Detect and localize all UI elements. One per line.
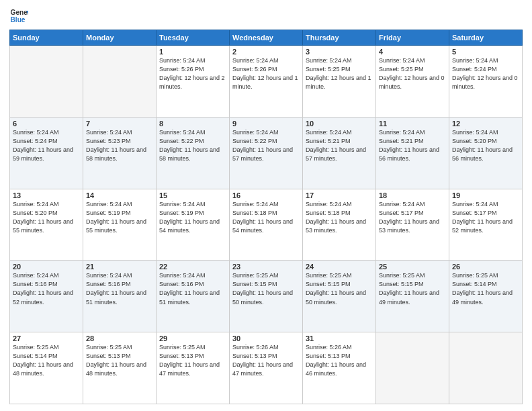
day-info: Sunrise: 5:24 AM Sunset: 5:22 PM Dayligh… [232, 128, 300, 163]
calendar-cell: 29 Sunrise: 5:25 AM Sunset: 5:13 PM Dayl… [157, 332, 230, 404]
day-number: 29 [159, 334, 226, 342]
day-number: 16 [232, 191, 300, 199]
day-info: Sunrise: 5:25 AM Sunset: 5:15 PM Dayligh… [306, 271, 373, 306]
calendar-week-row: 13 Sunrise: 5:24 AM Sunset: 5:20 PM Dayl… [10, 189, 523, 261]
weekday-header-tuesday: Tuesday [157, 30, 230, 46]
day-number: 1 [159, 48, 226, 56]
calendar-cell: 13 Sunrise: 5:24 AM Sunset: 5:20 PM Dayl… [10, 189, 83, 261]
day-number: 25 [379, 263, 446, 271]
calendar-cell: 16 Sunrise: 5:24 AM Sunset: 5:18 PM Dayl… [230, 189, 303, 261]
day-number: 17 [306, 191, 373, 199]
day-info: Sunrise: 5:24 AM Sunset: 5:17 PM Dayligh… [452, 200, 519, 235]
day-info: Sunrise: 5:24 AM Sunset: 5:18 PM Dayligh… [232, 200, 300, 235]
day-number: 10 [306, 120, 373, 128]
day-info: Sunrise: 5:24 AM Sunset: 5:25 PM Dayligh… [306, 56, 373, 91]
day-info: Sunrise: 5:24 AM Sunset: 5:25 PM Dayligh… [379, 56, 446, 91]
day-number: 2 [232, 48, 300, 56]
calendar-cell: 23 Sunrise: 5:25 AM Sunset: 5:15 PM Dayl… [230, 261, 303, 332]
day-info: Sunrise: 5:24 AM Sunset: 5:16 PM Dayligh… [86, 271, 153, 306]
calendar-week-row: 6 Sunrise: 5:24 AM Sunset: 5:24 PM Dayli… [10, 117, 523, 189]
day-number: 6 [13, 120, 80, 128]
calendar-week-row: 27 Sunrise: 5:25 AM Sunset: 5:14 PM Dayl… [10, 332, 523, 404]
day-info: Sunrise: 5:25 AM Sunset: 5:14 PM Dayligh… [452, 271, 519, 306]
calendar-cell: 30 Sunrise: 5:26 AM Sunset: 5:13 PM Dayl… [230, 332, 303, 404]
calendar-cell: 4 Sunrise: 5:24 AM Sunset: 5:25 PM Dayli… [376, 46, 449, 118]
day-info: Sunrise: 5:25 AM Sunset: 5:15 PM Dayligh… [232, 271, 300, 306]
weekday-header-sunday: Sunday [10, 30, 83, 46]
calendar-cell: 1 Sunrise: 5:24 AM Sunset: 5:26 PM Dayli… [157, 46, 230, 118]
day-info: Sunrise: 5:24 AM Sunset: 5:17 PM Dayligh… [379, 200, 446, 235]
calendar-cell [376, 332, 449, 404]
day-info: Sunrise: 5:24 AM Sunset: 5:26 PM Dayligh… [232, 56, 300, 91]
day-number: 24 [306, 263, 373, 271]
day-number: 4 [379, 48, 446, 56]
day-number: 13 [13, 191, 80, 199]
calendar-cell: 7 Sunrise: 5:24 AM Sunset: 5:23 PM Dayli… [83, 117, 157, 189]
day-info: Sunrise: 5:26 AM Sunset: 5:13 PM Dayligh… [306, 343, 373, 378]
weekday-header-saturday: Saturday [449, 30, 523, 46]
day-number: 28 [86, 334, 153, 342]
day-number: 21 [86, 263, 153, 271]
calendar-table: SundayMondayTuesdayWednesdayThursdayFrid… [9, 30, 523, 404]
weekday-header-wednesday: Wednesday [230, 30, 303, 46]
weekday-header-monday: Monday [83, 30, 157, 46]
calendar-cell: 10 Sunrise: 5:24 AM Sunset: 5:21 PM Dayl… [303, 117, 376, 189]
day-info: Sunrise: 5:24 AM Sunset: 5:19 PM Dayligh… [159, 200, 226, 235]
day-number: 22 [159, 263, 226, 271]
day-info: Sunrise: 5:25 AM Sunset: 5:13 PM Dayligh… [86, 343, 153, 378]
page: General Blue SundayMondayTuesdayWednesda… [0, 0, 532, 411]
calendar-cell: 31 Sunrise: 5:26 AM Sunset: 5:13 PM Dayl… [303, 332, 376, 404]
day-number: 3 [306, 48, 373, 56]
day-number: 9 [232, 120, 300, 128]
day-info: Sunrise: 5:24 AM Sunset: 5:24 PM Dayligh… [452, 56, 519, 91]
calendar-cell: 22 Sunrise: 5:24 AM Sunset: 5:16 PM Dayl… [157, 261, 230, 332]
day-number: 8 [159, 120, 226, 128]
day-info: Sunrise: 5:24 AM Sunset: 5:24 PM Dayligh… [13, 128, 80, 163]
calendar-week-row: 20 Sunrise: 5:24 AM Sunset: 5:16 PM Dayl… [10, 261, 523, 332]
day-number: 30 [232, 334, 300, 342]
calendar-cell: 3 Sunrise: 5:24 AM Sunset: 5:25 PM Dayli… [303, 46, 376, 118]
day-info: Sunrise: 5:25 AM Sunset: 5:15 PM Dayligh… [379, 271, 446, 306]
day-number: 31 [306, 334, 373, 342]
day-number: 27 [13, 334, 80, 342]
day-number: 12 [452, 120, 519, 128]
day-info: Sunrise: 5:25 AM Sunset: 5:13 PM Dayligh… [159, 343, 226, 378]
logo-icon: General Blue [9, 7, 28, 26]
day-info: Sunrise: 5:24 AM Sunset: 5:19 PM Dayligh… [86, 200, 153, 235]
day-number: 5 [452, 48, 519, 56]
day-info: Sunrise: 5:24 AM Sunset: 5:18 PM Dayligh… [306, 200, 373, 235]
calendar-cell: 28 Sunrise: 5:25 AM Sunset: 5:13 PM Dayl… [83, 332, 157, 404]
calendar-cell: 15 Sunrise: 5:24 AM Sunset: 5:19 PM Dayl… [157, 189, 230, 261]
day-number: 18 [379, 191, 446, 199]
calendar-cell: 25 Sunrise: 5:25 AM Sunset: 5:15 PM Dayl… [376, 261, 449, 332]
calendar-cell [83, 46, 157, 118]
calendar-cell: 5 Sunrise: 5:24 AM Sunset: 5:24 PM Dayli… [449, 46, 523, 118]
day-number: 15 [159, 191, 226, 199]
day-info: Sunrise: 5:24 AM Sunset: 5:16 PM Dayligh… [159, 271, 226, 306]
calendar-cell: 21 Sunrise: 5:24 AM Sunset: 5:16 PM Dayl… [83, 261, 157, 332]
calendar-week-row: 1 Sunrise: 5:24 AM Sunset: 5:26 PM Dayli… [10, 46, 523, 118]
calendar-cell: 19 Sunrise: 5:24 AM Sunset: 5:17 PM Dayl… [449, 189, 523, 261]
calendar-cell: 14 Sunrise: 5:24 AM Sunset: 5:19 PM Dayl… [83, 189, 157, 261]
day-info: Sunrise: 5:24 AM Sunset: 5:22 PM Dayligh… [159, 128, 226, 163]
calendar-cell: 24 Sunrise: 5:25 AM Sunset: 5:15 PM Dayl… [303, 261, 376, 332]
day-number: 11 [379, 120, 446, 128]
calendar-cell [10, 46, 83, 118]
calendar-cell: 27 Sunrise: 5:25 AM Sunset: 5:14 PM Dayl… [10, 332, 83, 404]
calendar-cell: 26 Sunrise: 5:25 AM Sunset: 5:14 PM Dayl… [449, 261, 523, 332]
weekday-header-friday: Friday [376, 30, 449, 46]
day-info: Sunrise: 5:24 AM Sunset: 5:21 PM Dayligh… [379, 128, 446, 163]
day-number: 26 [452, 263, 519, 271]
calendar-cell: 9 Sunrise: 5:24 AM Sunset: 5:22 PM Dayli… [230, 117, 303, 189]
day-info: Sunrise: 5:24 AM Sunset: 5:20 PM Dayligh… [452, 128, 519, 163]
day-info: Sunrise: 5:25 AM Sunset: 5:14 PM Dayligh… [13, 343, 80, 378]
svg-text:Blue: Blue [11, 16, 26, 24]
day-number: 14 [86, 191, 153, 199]
calendar-cell: 17 Sunrise: 5:24 AM Sunset: 5:18 PM Dayl… [303, 189, 376, 261]
day-info: Sunrise: 5:24 AM Sunset: 5:21 PM Dayligh… [306, 128, 373, 163]
day-info: Sunrise: 5:26 AM Sunset: 5:13 PM Dayligh… [232, 343, 300, 378]
weekday-header-row: SundayMondayTuesdayWednesdayThursdayFrid… [10, 30, 523, 46]
weekday-header-thursday: Thursday [303, 30, 376, 46]
logo: General Blue [9, 7, 31, 26]
calendar-cell: 2 Sunrise: 5:24 AM Sunset: 5:26 PM Dayli… [230, 46, 303, 118]
